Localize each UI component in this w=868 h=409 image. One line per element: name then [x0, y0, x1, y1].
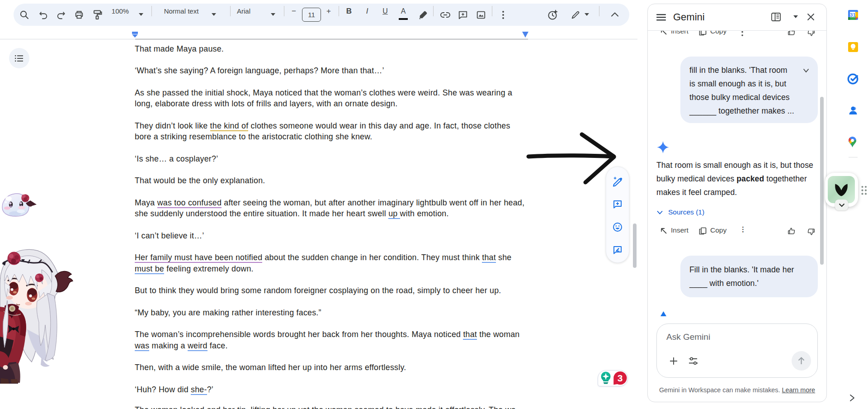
- svg-text:3: 3: [618, 373, 623, 383]
- svg-text:31: 31: [850, 12, 856, 18]
